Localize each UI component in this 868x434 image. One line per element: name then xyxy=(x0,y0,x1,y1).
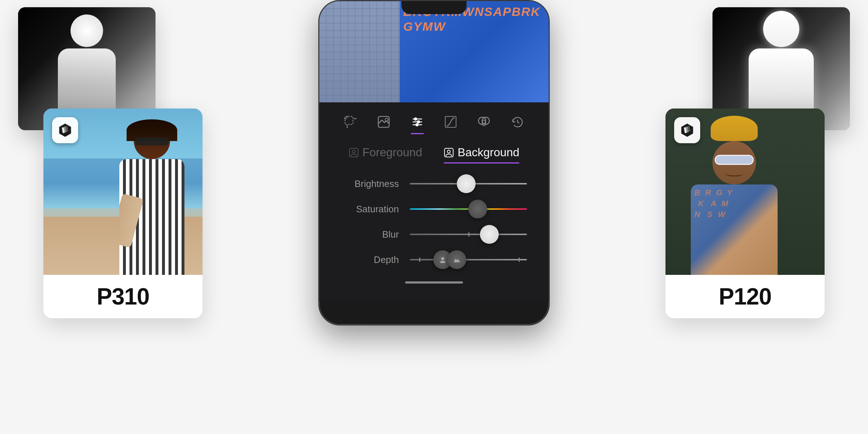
depth-label: Depth xyxy=(341,254,399,265)
depth-thumb-mountain[interactable] xyxy=(447,250,466,269)
brightness-track xyxy=(410,183,527,184)
app-logo-icon xyxy=(57,122,73,138)
svg-point-30 xyxy=(447,150,450,153)
main-scene: P310 xyxy=(0,0,868,434)
brightness-thumb[interactable] xyxy=(457,174,476,193)
depth-mountain-icon xyxy=(453,256,461,264)
history-toolbar-icon[interactable] xyxy=(508,112,527,131)
p310-label-area: P310 xyxy=(43,275,203,318)
svg-point-18 xyxy=(414,118,417,120)
foreground-tab[interactable]: Foreground xyxy=(349,146,422,163)
depth-slider-container[interactable] xyxy=(410,252,527,267)
blur-slider-row: Blur xyxy=(341,227,527,242)
depth-track xyxy=(410,259,527,260)
blur-track xyxy=(410,234,527,235)
saturation-slider-row: Saturation xyxy=(341,202,527,216)
background-tab[interactable]: Background xyxy=(444,146,519,163)
p120-label-area: P120 xyxy=(665,275,825,318)
mix-toolbar-icon[interactable] xyxy=(475,112,493,131)
depth-person-icon xyxy=(439,256,447,264)
saturation-thumb[interactable] xyxy=(468,200,487,218)
phone-photo-area: B R G Y K M W N S A P B R K G xyxy=(319,1,549,102)
crop-icon-svg xyxy=(344,115,357,129)
curves-toolbar-icon[interactable] xyxy=(441,112,460,131)
saturation-slider-container[interactable] xyxy=(410,202,527,216)
svg-rect-8 xyxy=(345,116,353,124)
crop-toolbar-icon[interactable] xyxy=(341,112,360,131)
mix-icon-svg xyxy=(477,115,491,129)
depth-slider-row: Depth xyxy=(341,252,527,267)
p310-app-logo xyxy=(52,117,78,143)
home-indicator xyxy=(405,281,463,284)
blur-slider-container[interactable] xyxy=(410,227,527,242)
adjust-icon-svg xyxy=(410,115,424,129)
background-tab-icon xyxy=(444,148,454,158)
toolbar xyxy=(319,102,549,139)
svg-point-31 xyxy=(441,257,444,260)
blur-center-tick xyxy=(468,232,469,237)
brightness-slider-row: Brightness xyxy=(341,176,527,191)
p120-label-text: P120 xyxy=(719,283,771,310)
fg-bg-tabs: Foreground Background xyxy=(319,139,549,169)
sliders-section: Brightness Saturation xyxy=(319,169,549,274)
blur-thumb[interactable] xyxy=(480,225,499,244)
svg-point-19 xyxy=(417,120,420,123)
depth-end-tick xyxy=(519,258,520,262)
controls-panel: Foreground Background xyxy=(319,102,549,302)
saturation-track xyxy=(410,208,527,210)
phone-container: B R G Y K M W N S A P B R K G xyxy=(311,0,557,434)
svg-point-20 xyxy=(416,123,418,126)
enhance-icon-svg xyxy=(377,115,391,129)
saturation-label: Saturation xyxy=(341,204,399,215)
brightness-label: Brightness xyxy=(341,178,399,190)
depth-start-tick xyxy=(419,258,420,262)
p310-label-text: P310 xyxy=(97,283,149,310)
enhance-toolbar-icon[interactable] xyxy=(374,112,393,131)
p120-app-logo xyxy=(674,117,700,143)
phone-bezel: B R G Y K M W N S A P B R K G xyxy=(318,0,550,326)
curves-icon-svg xyxy=(444,115,458,129)
blur-label: Blur xyxy=(341,229,399,240)
app-logo-icon-2 xyxy=(679,122,695,138)
p310-card: P310 xyxy=(43,109,203,318)
adjust-toolbar-icon[interactable] xyxy=(408,112,427,131)
p120-card: B R G Y K A M N S W xyxy=(665,109,825,318)
foreground-tab-icon xyxy=(349,148,359,158)
svg-line-26 xyxy=(518,122,519,123)
brightness-slider-container[interactable] xyxy=(410,176,527,191)
phone-notch xyxy=(401,1,467,14)
background-tab-label: Background xyxy=(458,146,519,159)
history-icon-svg xyxy=(511,115,524,129)
svg-point-28 xyxy=(352,150,355,153)
foreground-tab-label: Foreground xyxy=(362,146,422,159)
